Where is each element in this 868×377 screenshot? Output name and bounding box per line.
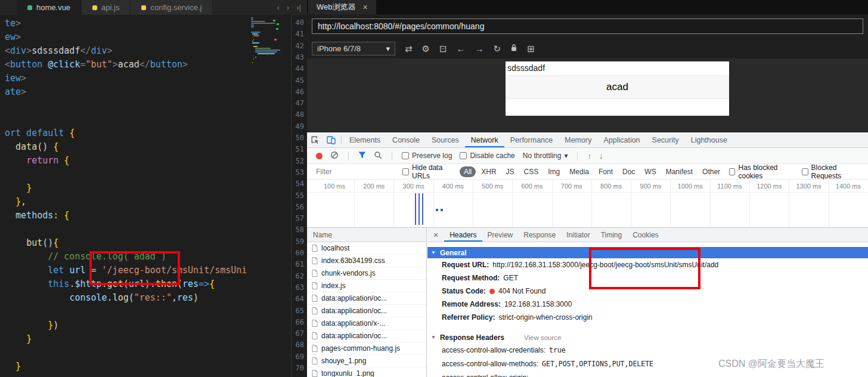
- resource-filter-pill[interactable]: Other: [698, 166, 724, 177]
- screenshot-icon[interactable]: ⊡: [439, 44, 447, 53]
- checkbox[interactable]: [402, 168, 408, 175]
- detail-tab[interactable]: Headers: [444, 228, 482, 242]
- browser-tab[interactable]: Web浏览器 ×: [308, 0, 376, 14]
- request-detail-panel: × Headers Preview Response Initiator Tim…: [427, 228, 868, 377]
- devtools-tab[interactable]: Console: [386, 132, 426, 147]
- devtools-tab[interactable]: Elements: [343, 132, 386, 147]
- network-request-row[interactable]: tongxunlu_1.png: [307, 367, 426, 377]
- detail-tab[interactable]: Initiator: [561, 228, 595, 242]
- editor-tab[interactable]: api.js: [82, 0, 131, 15]
- url-input[interactable]: http://localhost:8080/#/pages/common/hua…: [312, 18, 863, 34]
- checkbox[interactable]: [460, 152, 467, 159]
- filter-funnel-icon[interactable]: [358, 152, 366, 160]
- devtools-tab[interactable]: Lighthouse: [685, 132, 733, 147]
- device-toolbar-icon[interactable]: [323, 132, 339, 147]
- export-har-icon[interactable]: ↓: [599, 152, 603, 160]
- timeline-activity-dot: [441, 209, 443, 211]
- checkbox[interactable]: [729, 168, 735, 175]
- devtools-tab[interactable]: Security: [646, 132, 685, 147]
- resource-filter-pill[interactable]: XHR: [477, 166, 500, 177]
- code-line: methods: {: [5, 209, 69, 223]
- hide-data-urls-checkbox[interactable]: Hide data URLs: [402, 163, 454, 180]
- tab-scroll-right-icon[interactable]: ›: [287, 3, 289, 12]
- minimap-line: [258, 53, 275, 54]
- minimap-line: [251, 19, 253, 20]
- resource-filter-pill[interactable]: Img: [544, 166, 564, 177]
- network-request-row[interactable]: shouye_1.png: [307, 355, 426, 367]
- network-request-row[interactable]: localhost: [307, 242, 426, 255]
- editor-tab[interactable]: home.vue: [17, 0, 82, 15]
- chevron-down-icon: ▾: [564, 152, 568, 160]
- code-line: ort default {: [5, 126, 75, 140]
- file-icon: [312, 270, 318, 277]
- tab-scroll-left-icon[interactable]: ‹: [277, 3, 280, 12]
- close-icon[interactable]: ×: [363, 2, 368, 12]
- timeline-label: 1200 ms: [757, 183, 782, 190]
- close-icon[interactable]: ×: [427, 230, 444, 240]
- device-select[interactable]: iPhone 6/7/8 ▾: [312, 42, 395, 55]
- gear-icon[interactable]: ⚙: [422, 44, 430, 53]
- detail-tab[interactable]: Timing: [596, 228, 628, 242]
- disable-cache-checkbox[interactable]: Disable cache: [460, 152, 514, 160]
- detail-tab[interactable]: Preview: [482, 228, 519, 242]
- header-name: access-control-allow-credentials:: [442, 346, 545, 354]
- back-icon[interactable]: ←: [457, 44, 466, 53]
- search-icon[interactable]: [374, 151, 382, 161]
- network-request-row[interactable]: data:application/oc...: [307, 330, 426, 342]
- devtools-tab[interactable]: Application: [597, 132, 646, 147]
- network-request-row[interactable]: data:application/oc...: [307, 292, 426, 305]
- forward-icon[interactable]: →: [475, 44, 484, 53]
- requests-name-header[interactable]: Name: [307, 228, 426, 242]
- detail-tab[interactable]: Response: [518, 228, 561, 242]
- response-headers-header[interactable]: ▼ Response Headers View source: [427, 332, 868, 343]
- clear-icon[interactable]: [330, 151, 339, 161]
- throttling-select[interactable]: No throttling ▾: [523, 152, 568, 160]
- general-section-header[interactable]: ▼ General: [427, 247, 868, 258]
- record-icon[interactable]: [316, 153, 323, 159]
- has-blocked-cookies-checkbox[interactable]: Has blocked cookies: [729, 163, 793, 180]
- network-request-row[interactable]: chunk-vendors.js: [307, 267, 426, 280]
- grid-icon[interactable]: ⊞: [527, 44, 535, 53]
- checkbox[interactable]: [402, 152, 409, 159]
- network-request-row[interactable]: index.63b34199.css: [307, 255, 426, 267]
- code-area[interactable]: te>ew><div>sdsssdadf</div><button @click…: [0, 15, 248, 377]
- resource-filter-pill[interactable]: Doc: [618, 166, 639, 177]
- network-request-row[interactable]: data:application/oc...: [307, 305, 426, 317]
- view-source-link[interactable]: View source: [524, 334, 561, 341]
- minimap-line: [251, 24, 254, 26]
- line-number: 70: [296, 364, 304, 372]
- resource-filter-pill[interactable]: All: [460, 166, 476, 177]
- devtools-tab[interactable]: Performance: [504, 132, 559, 147]
- devtools-tab[interactable]: Memory: [559, 132, 597, 147]
- network-request-row[interactable]: index.js: [307, 280, 426, 292]
- blocked-requests-checkbox[interactable]: Blocked Requests: [802, 163, 860, 180]
- file-icon: [312, 295, 318, 302]
- inspect-icon[interactable]: [307, 132, 323, 147]
- minimap[interactable]: [249, 15, 280, 170]
- minimap-line: [251, 17, 253, 18]
- line-number: 54: [296, 180, 304, 188]
- network-request-row[interactable]: pages-common-huang.js: [307, 342, 426, 355]
- network-timeline[interactable]: 100 ms200 ms300 ms400 ms500 ms600 ms700 …: [307, 180, 868, 228]
- resource-filter-pill[interactable]: Manifest: [662, 166, 697, 177]
- tab-overflow-icon[interactable]: ›|: [296, 3, 301, 12]
- devtools-tab[interactable]: Network: [465, 132, 504, 147]
- resource-filter-pill[interactable]: CSS: [520, 166, 543, 177]
- resource-filter-pill[interactable]: JS: [502, 166, 519, 177]
- resource-filter-pill[interactable]: Font: [594, 166, 617, 177]
- rotate-icon[interactable]: ⇄: [405, 44, 413, 53]
- network-request-row[interactable]: data:application/x-...: [307, 317, 426, 330]
- import-har-icon[interactable]: ↑: [587, 152, 591, 160]
- resource-filter-pill[interactable]: WS: [640, 166, 660, 177]
- reload-icon[interactable]: ↻: [494, 44, 501, 53]
- code-line: }: [5, 360, 21, 373]
- acad-button[interactable]: acad: [506, 75, 729, 99]
- devtools-tab[interactable]: Sources: [426, 132, 465, 147]
- filter-input[interactable]: Filter: [316, 168, 398, 176]
- detail-tab[interactable]: Cookies: [627, 228, 664, 242]
- timeline-gridline: [591, 180, 592, 227]
- preserve-log-checkbox[interactable]: Preserve log: [402, 152, 452, 160]
- resource-filter-pill[interactable]: Media: [565, 166, 593, 177]
- checkbox[interactable]: [802, 168, 808, 175]
- editor-tab[interactable]: config.service.j: [131, 0, 213, 15]
